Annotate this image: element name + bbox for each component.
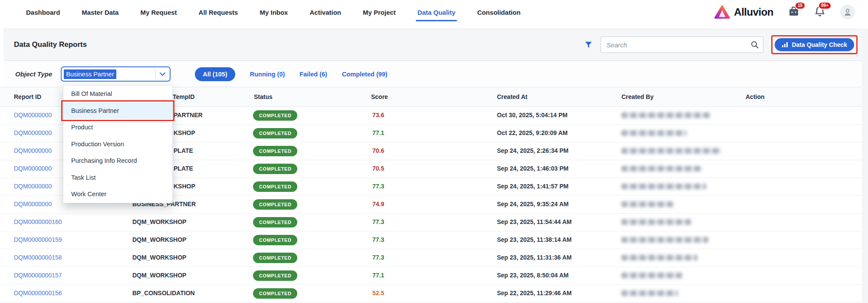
- dropdown-option-business-partner[interactable]: Business Partner: [63, 102, 172, 119]
- report-id-link[interactable]: DQM0000000: [14, 112, 52, 119]
- tab-failed-6[interactable]: Failed (6): [299, 71, 327, 78]
- created-by-redacted: [621, 255, 697, 262]
- select-divider: [155, 69, 156, 79]
- score-value: 52.5: [372, 290, 384, 296]
- search-box: [601, 36, 763, 53]
- search-icon[interactable]: [750, 40, 759, 49]
- report-id-link[interactable]: DQM0000000: [14, 201, 52, 207]
- nav-item-my-request[interactable]: My Request: [140, 9, 177, 16]
- status-filter-tabs: All (105)Running (0)Failed (6)Completed …: [195, 67, 387, 81]
- dropdown-option-bill-of-material[interactable]: Bill Of Material: [63, 86, 172, 102]
- score-value: 77.1: [372, 272, 384, 279]
- nav-item-all-requests[interactable]: All Requests: [199, 9, 238, 16]
- report-id-link[interactable]: DQM0000000157: [14, 272, 62, 279]
- brand-name: Alluvion: [734, 6, 773, 18]
- nav-item-my-project[interactable]: My Project: [363, 9, 396, 16]
- dropdown-option-work-center[interactable]: Work Center: [63, 186, 172, 203]
- column-header-action: Action: [746, 93, 765, 100]
- status-badge: COMPLETED: [253, 253, 297, 263]
- user-avatar-button[interactable]: [840, 5, 855, 20]
- status-cell: COMPLETED: [253, 199, 297, 210]
- bar-chart-icon: [782, 42, 788, 48]
- tempid-cell: KSHOP: [174, 129, 195, 136]
- status-cell: COMPLETED: [253, 110, 297, 121]
- check-button-label: Data Quality Check: [792, 41, 847, 48]
- search-input[interactable]: [601, 36, 763, 53]
- created-by-redacted: [621, 130, 687, 137]
- report-id-link[interactable]: DQM0000000: [14, 147, 52, 154]
- status-badge: COMPLETED: [253, 128, 297, 138]
- nav-item-master-data[interactable]: Master Data: [82, 9, 118, 16]
- tempid-cell: BP_CONSOLIDATION: [132, 290, 195, 296]
- created-by-redacted: [621, 237, 708, 244]
- data-quality-check-button[interactable]: Data Quality Check: [775, 38, 854, 51]
- created-at: Oct 30, 2025, 5:04:14 PM: [497, 112, 568, 119]
- nav-item-dashboard[interactable]: Dashboard: [26, 9, 60, 16]
- status-badge: COMPLETED: [253, 164, 297, 174]
- nav-item-data-quality[interactable]: Data Quality: [418, 9, 456, 16]
- created-at: Sep 23, 2025, 11:54:44 AM: [497, 218, 572, 225]
- report-id-link[interactable]: DQM0000000: [14, 165, 52, 172]
- redacted-text: [621, 184, 706, 189]
- status-cell: COMPLETED: [253, 270, 297, 281]
- score-value: 77.1: [372, 129, 384, 136]
- report-id-link[interactable]: DQM0000000159: [14, 236, 62, 243]
- status-cell: COMPLETED: [253, 288, 297, 299]
- tab-completed-99[interactable]: Completed (99): [342, 71, 388, 78]
- report-id-link[interactable]: DQM0000000156: [14, 290, 62, 296]
- tasks-count-badge: 15: [795, 2, 806, 10]
- created-by-redacted: [621, 273, 682, 280]
- table-row: DQM0000000158DQM_WORKSHOPCOMPLETED77.3Se…: [0, 249, 862, 267]
- report-id-link[interactable]: DQM0000000: [14, 183, 52, 190]
- column-header-tempid: TempID: [173, 93, 194, 100]
- top-nav: DashboardMaster DataMy RequestAll Reques…: [0, 0, 868, 24]
- filter-icon[interactable]: [584, 40, 593, 49]
- object-type-value: Business Partner: [64, 69, 116, 79]
- nav-item-consolidation[interactable]: Consolidation: [477, 9, 520, 16]
- score-value: 77.3: [372, 254, 384, 261]
- score-value: 70.5: [372, 165, 384, 172]
- dropdown-option-purchasing-info-record[interactable]: Purchasing Info Record: [63, 152, 172, 169]
- redacted-text: [621, 130, 687, 136]
- status-cell: COMPLETED: [253, 235, 297, 245]
- created-at: Sep 24, 2025, 2:26:34 PM: [497, 147, 569, 154]
- dropdown-option-product[interactable]: Product: [63, 119, 172, 136]
- created-by-redacted: [621, 148, 721, 155]
- created-at: Sep 24, 2025, 9:35:24 AM: [497, 201, 569, 207]
- created-at: Sep 24, 2025, 1:41:57 PM: [497, 183, 569, 190]
- dropdown-option-task-list[interactable]: Task List: [63, 169, 172, 186]
- tasks-button[interactable]: 15: [788, 6, 799, 19]
- object-type-dropdown: Bill Of MaterialBusiness PartnerProductP…: [63, 85, 173, 203]
- status-badge: COMPLETED: [253, 217, 297, 227]
- table-row: DQM0000000157DQM_WORKSHOPCOMPLETED77.1Se…: [0, 267, 862, 285]
- column-header-created-by: Created By: [621, 93, 654, 100]
- redacted-text: [621, 237, 708, 243]
- dropdown-option-production-version[interactable]: Production Version: [63, 136, 172, 153]
- status-badge: COMPLETED: [253, 199, 297, 210]
- created-by-redacted: [621, 201, 674, 208]
- tab-all-105[interactable]: All (105): [195, 67, 235, 81]
- toolbar-right: Data Quality Check: [584, 35, 858, 54]
- created-at: Sep 23, 2025, 11:31:36 AM: [497, 254, 572, 261]
- tempid-cell: DQM_WORKSHOP: [132, 236, 186, 243]
- status-cell: COMPLETED: [253, 128, 297, 138]
- status-cell: COMPLETED: [253, 217, 297, 227]
- status-cell: COMPLETED: [253, 164, 297, 174]
- person-icon: [843, 8, 852, 16]
- report-id-link[interactable]: DQM0000000160: [14, 218, 62, 225]
- report-id-link[interactable]: DQM0000000158: [14, 254, 62, 261]
- nav-right: Alluvion 15 99+: [714, 5, 868, 20]
- tempid-cell: DQM_WORKSHOP: [132, 218, 186, 225]
- tab-running-0[interactable]: Running (0): [250, 71, 285, 78]
- status-badge: COMPLETED: [253, 270, 297, 281]
- nav-item-activation[interactable]: Activation: [309, 9, 341, 16]
- notifications-button[interactable]: 99+: [814, 6, 825, 19]
- status-cell: COMPLETED: [253, 181, 297, 192]
- column-header-created-at: Created At: [497, 93, 527, 100]
- tempid-cell: PLATE: [174, 165, 193, 172]
- nav-item-my-inbox[interactable]: My Inbox: [260, 9, 288, 16]
- score-value: 77.3: [372, 236, 384, 243]
- object-type-select[interactable]: Business Partner: [61, 66, 171, 82]
- report-id-link[interactable]: DQM0000000: [14, 129, 52, 136]
- tempid-cell: DQM_WORKSHOP: [132, 272, 186, 279]
